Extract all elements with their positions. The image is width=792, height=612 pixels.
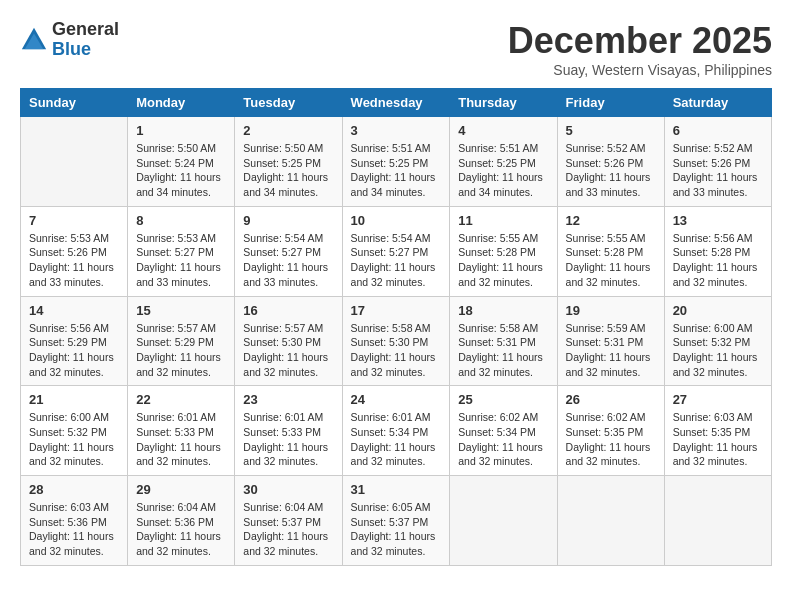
weekday-header-sunday: Sunday xyxy=(21,89,128,117)
day-info: Sunrise: 5:52 AMSunset: 5:26 PMDaylight:… xyxy=(566,141,656,200)
day-info: Sunrise: 6:03 AMSunset: 5:36 PMDaylight:… xyxy=(29,500,119,559)
day-info: Sunrise: 5:53 AMSunset: 5:27 PMDaylight:… xyxy=(136,231,226,290)
day-info: Sunrise: 5:51 AMSunset: 5:25 PMDaylight:… xyxy=(458,141,548,200)
calendar-cell: 17Sunrise: 5:58 AMSunset: 5:30 PMDayligh… xyxy=(342,296,450,386)
day-info: Sunrise: 6:03 AMSunset: 5:35 PMDaylight:… xyxy=(673,410,763,469)
calendar-cell: 28Sunrise: 6:03 AMSunset: 5:36 PMDayligh… xyxy=(21,476,128,566)
day-number: 23 xyxy=(243,392,333,407)
calendar-cell: 10Sunrise: 5:54 AMSunset: 5:27 PMDayligh… xyxy=(342,206,450,296)
day-number: 29 xyxy=(136,482,226,497)
day-info: Sunrise: 6:00 AMSunset: 5:32 PMDaylight:… xyxy=(673,321,763,380)
day-number: 6 xyxy=(673,123,763,138)
day-info: Sunrise: 6:04 AMSunset: 5:37 PMDaylight:… xyxy=(243,500,333,559)
week-row-3: 14Sunrise: 5:56 AMSunset: 5:29 PMDayligh… xyxy=(21,296,772,386)
day-info: Sunrise: 6:05 AMSunset: 5:37 PMDaylight:… xyxy=(351,500,442,559)
day-info: Sunrise: 5:57 AMSunset: 5:30 PMDaylight:… xyxy=(243,321,333,380)
calendar-cell xyxy=(21,117,128,207)
weekday-header-thursday: Thursday xyxy=(450,89,557,117)
calendar-cell: 18Sunrise: 5:58 AMSunset: 5:31 PMDayligh… xyxy=(450,296,557,386)
day-info: Sunrise: 5:50 AMSunset: 5:24 PMDaylight:… xyxy=(136,141,226,200)
day-info: Sunrise: 5:54 AMSunset: 5:27 PMDaylight:… xyxy=(351,231,442,290)
day-info: Sunrise: 5:52 AMSunset: 5:26 PMDaylight:… xyxy=(673,141,763,200)
day-number: 30 xyxy=(243,482,333,497)
calendar-cell xyxy=(557,476,664,566)
month-title: December 2025 xyxy=(508,20,772,62)
day-info: Sunrise: 6:01 AMSunset: 5:33 PMDaylight:… xyxy=(136,410,226,469)
logo: General Blue xyxy=(20,20,119,60)
day-info: Sunrise: 5:56 AMSunset: 5:28 PMDaylight:… xyxy=(673,231,763,290)
day-info: Sunrise: 6:02 AMSunset: 5:35 PMDaylight:… xyxy=(566,410,656,469)
logo-text: General Blue xyxy=(52,20,119,60)
day-info: Sunrise: 5:54 AMSunset: 5:27 PMDaylight:… xyxy=(243,231,333,290)
logo-icon xyxy=(20,26,48,54)
day-number: 24 xyxy=(351,392,442,407)
day-info: Sunrise: 5:56 AMSunset: 5:29 PMDaylight:… xyxy=(29,321,119,380)
calendar-cell: 30Sunrise: 6:04 AMSunset: 5:37 PMDayligh… xyxy=(235,476,342,566)
logo-blue: Blue xyxy=(52,40,119,60)
day-number: 31 xyxy=(351,482,442,497)
calendar-cell: 24Sunrise: 6:01 AMSunset: 5:34 PMDayligh… xyxy=(342,386,450,476)
day-info: Sunrise: 6:01 AMSunset: 5:33 PMDaylight:… xyxy=(243,410,333,469)
calendar-cell: 11Sunrise: 5:55 AMSunset: 5:28 PMDayligh… xyxy=(450,206,557,296)
day-number: 5 xyxy=(566,123,656,138)
day-info: Sunrise: 5:55 AMSunset: 5:28 PMDaylight:… xyxy=(566,231,656,290)
title-area: December 2025 Suay, Western Visayas, Phi… xyxy=(508,20,772,78)
day-number: 7 xyxy=(29,213,119,228)
day-number: 1 xyxy=(136,123,226,138)
weekday-header-saturday: Saturday xyxy=(664,89,771,117)
calendar-cell xyxy=(664,476,771,566)
calendar-cell: 26Sunrise: 6:02 AMSunset: 5:35 PMDayligh… xyxy=(557,386,664,476)
day-info: Sunrise: 6:04 AMSunset: 5:36 PMDaylight:… xyxy=(136,500,226,559)
day-info: Sunrise: 6:00 AMSunset: 5:32 PMDaylight:… xyxy=(29,410,119,469)
subtitle: Suay, Western Visayas, Philippines xyxy=(508,62,772,78)
day-info: Sunrise: 5:59 AMSunset: 5:31 PMDaylight:… xyxy=(566,321,656,380)
calendar-cell: 1Sunrise: 5:50 AMSunset: 5:24 PMDaylight… xyxy=(128,117,235,207)
calendar-cell: 15Sunrise: 5:57 AMSunset: 5:29 PMDayligh… xyxy=(128,296,235,386)
calendar-cell: 16Sunrise: 5:57 AMSunset: 5:30 PMDayligh… xyxy=(235,296,342,386)
calendar-cell: 12Sunrise: 5:55 AMSunset: 5:28 PMDayligh… xyxy=(557,206,664,296)
calendar-cell: 6Sunrise: 5:52 AMSunset: 5:26 PMDaylight… xyxy=(664,117,771,207)
calendar-cell: 25Sunrise: 6:02 AMSunset: 5:34 PMDayligh… xyxy=(450,386,557,476)
week-row-4: 21Sunrise: 6:00 AMSunset: 5:32 PMDayligh… xyxy=(21,386,772,476)
day-info: Sunrise: 5:55 AMSunset: 5:28 PMDaylight:… xyxy=(458,231,548,290)
day-number: 3 xyxy=(351,123,442,138)
calendar-cell: 23Sunrise: 6:01 AMSunset: 5:33 PMDayligh… xyxy=(235,386,342,476)
day-info: Sunrise: 6:01 AMSunset: 5:34 PMDaylight:… xyxy=(351,410,442,469)
calendar-cell: 14Sunrise: 5:56 AMSunset: 5:29 PMDayligh… xyxy=(21,296,128,386)
calendar-cell: 8Sunrise: 5:53 AMSunset: 5:27 PMDaylight… xyxy=(128,206,235,296)
day-number: 16 xyxy=(243,303,333,318)
day-number: 19 xyxy=(566,303,656,318)
calendar-cell: 13Sunrise: 5:56 AMSunset: 5:28 PMDayligh… xyxy=(664,206,771,296)
calendar: SundayMondayTuesdayWednesdayThursdayFrid… xyxy=(20,88,772,566)
day-number: 8 xyxy=(136,213,226,228)
calendar-cell xyxy=(450,476,557,566)
day-number: 20 xyxy=(673,303,763,318)
day-number: 22 xyxy=(136,392,226,407)
calendar-cell: 7Sunrise: 5:53 AMSunset: 5:26 PMDaylight… xyxy=(21,206,128,296)
day-info: Sunrise: 5:58 AMSunset: 5:31 PMDaylight:… xyxy=(458,321,548,380)
calendar-cell: 31Sunrise: 6:05 AMSunset: 5:37 PMDayligh… xyxy=(342,476,450,566)
calendar-cell: 3Sunrise: 5:51 AMSunset: 5:25 PMDaylight… xyxy=(342,117,450,207)
calendar-cell: 29Sunrise: 6:04 AMSunset: 5:36 PMDayligh… xyxy=(128,476,235,566)
weekday-header-friday: Friday xyxy=(557,89,664,117)
weekday-header-tuesday: Tuesday xyxy=(235,89,342,117)
day-number: 21 xyxy=(29,392,119,407)
day-number: 2 xyxy=(243,123,333,138)
day-info: Sunrise: 5:50 AMSunset: 5:25 PMDaylight:… xyxy=(243,141,333,200)
day-number: 9 xyxy=(243,213,333,228)
day-info: Sunrise: 5:58 AMSunset: 5:30 PMDaylight:… xyxy=(351,321,442,380)
day-number: 14 xyxy=(29,303,119,318)
calendar-cell: 4Sunrise: 5:51 AMSunset: 5:25 PMDaylight… xyxy=(450,117,557,207)
calendar-cell: 22Sunrise: 6:01 AMSunset: 5:33 PMDayligh… xyxy=(128,386,235,476)
day-number: 13 xyxy=(673,213,763,228)
calendar-cell: 21Sunrise: 6:00 AMSunset: 5:32 PMDayligh… xyxy=(21,386,128,476)
day-number: 11 xyxy=(458,213,548,228)
calendar-cell: 20Sunrise: 6:00 AMSunset: 5:32 PMDayligh… xyxy=(664,296,771,386)
calendar-cell: 27Sunrise: 6:03 AMSunset: 5:35 PMDayligh… xyxy=(664,386,771,476)
day-number: 28 xyxy=(29,482,119,497)
day-number: 12 xyxy=(566,213,656,228)
day-number: 26 xyxy=(566,392,656,407)
day-number: 10 xyxy=(351,213,442,228)
week-row-5: 28Sunrise: 6:03 AMSunset: 5:36 PMDayligh… xyxy=(21,476,772,566)
week-row-2: 7Sunrise: 5:53 AMSunset: 5:26 PMDaylight… xyxy=(21,206,772,296)
